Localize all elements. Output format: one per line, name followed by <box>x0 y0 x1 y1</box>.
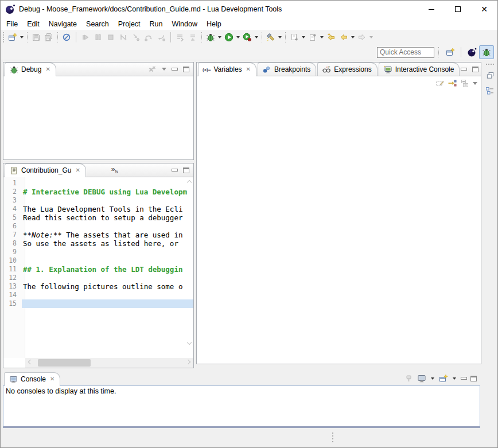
view-menu-icon[interactable] <box>473 82 477 85</box>
tab-debug[interactable]: Debug ✕ <box>5 63 56 76</box>
editor-line[interactable]: 9 <box>3 248 193 256</box>
minimize-view-icon[interactable] <box>461 377 467 380</box>
close-button[interactable]: ✕ <box>471 1 497 18</box>
previous-annotation-dropdown[interactable] <box>319 31 325 44</box>
toolbar-drag-handle[interactable] <box>3 32 5 42</box>
editor-line[interactable]: 4The Lua Development Tools in the Ecli <box>3 205 193 213</box>
view-menu-icon[interactable] <box>162 68 166 71</box>
remove-terminated-launches-icon[interactable] <box>147 65 157 74</box>
run-button[interactable] <box>223 31 235 44</box>
previous-annotation-button[interactable] <box>306 31 319 44</box>
tab-expressions[interactable]: x y Expressions <box>317 63 377 76</box>
show-logical-structures-icon[interactable] <box>448 79 457 88</box>
new-wizard-button[interactable] <box>6 31 19 44</box>
search-dropdown[interactable] <box>277 31 283 44</box>
forward-button[interactable] <box>356 31 368 44</box>
editor-line[interactable]: 14 <box>3 291 193 299</box>
debug-dropdown[interactable] <box>217 31 223 44</box>
next-annotation-button[interactable] <box>288 31 301 44</box>
editor-line[interactable]: 3 <box>3 196 193 205</box>
editor-line[interactable]: 15 <box>3 299 193 308</box>
step-into-button[interactable] <box>130 31 142 44</box>
disconnect-button[interactable] <box>117 31 130 44</box>
run-dropdown[interactable] <box>235 31 241 44</box>
resume-button[interactable] <box>79 31 92 44</box>
collapse-all-icon[interactable] <box>460 79 469 88</box>
outline-view-button[interactable] <box>484 85 496 97</box>
more-editors-chevron[interactable]: »5 <box>111 165 118 174</box>
maximize-view-icon[interactable] <box>183 67 189 72</box>
editor-content[interactable]: 12# Interactive DEBUG using Lua Developm… <box>3 177 193 358</box>
maximize-view-icon[interactable] <box>470 376 477 381</box>
editor-line[interactable]: 8So use the assets as listed here, or <box>3 239 193 248</box>
suspend-button[interactable] <box>92 31 104 44</box>
step-over-button[interactable] <box>142 31 155 44</box>
close-tab-icon[interactable]: ✕ <box>45 67 50 72</box>
editor-line[interactable]: 11## 1. Explanation of the LDT debuggin <box>3 265 193 274</box>
forward-dropdown[interactable] <box>368 31 374 44</box>
next-annotation-dropdown[interactable] <box>301 31 306 44</box>
scroll-left-icon[interactable] <box>28 360 33 364</box>
console-output[interactable]: No consoles to display at this time. <box>3 385 480 428</box>
debug-perspective-button[interactable] <box>479 45 494 59</box>
open-perspective-button[interactable] <box>443 45 458 59</box>
save-button[interactable] <box>30 31 42 44</box>
minimize-view-icon[interactable] <box>461 68 467 71</box>
editor-line[interactable]: 1 <box>3 179 193 188</box>
open-console-dropdown[interactable] <box>452 372 457 385</box>
restore-views-button[interactable] <box>484 69 496 81</box>
editor-line[interactable]: 6 <box>3 222 193 231</box>
last-edit-location-button[interactable] <box>325 31 337 44</box>
new-wizard-dropdown[interactable] <box>19 31 25 44</box>
step-return-button[interactable] <box>155 31 168 44</box>
close-tab-icon[interactable]: ✕ <box>50 376 55 382</box>
pin-console-icon[interactable] <box>404 374 414 383</box>
editor-line[interactable]: 12 <box>3 274 193 282</box>
tab-contribution-guide[interactable]: Contribution_Gu ✕ <box>5 163 86 177</box>
lua-perspective-button[interactable] <box>464 45 479 59</box>
minimize-button[interactable] <box>418 1 445 18</box>
display-console-dropdown[interactable] <box>430 372 435 385</box>
back-dropdown[interactable] <box>350 31 356 44</box>
run-last-launched-button[interactable] <box>241 31 254 44</box>
run-last-launched-dropdown[interactable] <box>254 31 259 44</box>
editor-line[interactable]: 13The following pictures outline some o <box>3 282 193 291</box>
menu-search[interactable]: Search <box>81 19 114 29</box>
close-tab-icon[interactable]: ✕ <box>75 167 80 173</box>
strip-drag-handle[interactable] <box>486 64 494 65</box>
editor-line[interactable]: 10 <box>3 256 193 265</box>
horizontal-scrollbar[interactable] <box>25 358 193 368</box>
step-filters-config-button[interactable] <box>186 31 199 44</box>
terminate-button[interactable] <box>104 31 117 44</box>
maximize-view-icon[interactable] <box>183 167 189 173</box>
menu-edit[interactable]: Edit <box>22 19 44 29</box>
menu-project[interactable]: Project <box>114 19 145 29</box>
minimize-view-icon[interactable] <box>172 68 178 71</box>
search-button[interactable] <box>264 31 277 44</box>
editor-line[interactable]: 2# Interactive DEBUG using Lua Developm <box>3 188 193 196</box>
open-console-icon[interactable] <box>439 374 448 383</box>
maximize-view-icon[interactable] <box>472 67 478 72</box>
show-type-names-icon[interactable] <box>435 79 444 88</box>
display-selected-console-icon[interactable] <box>417 374 426 383</box>
debug-view-content[interactable] <box>3 76 193 159</box>
scroll-right-icon[interactable] <box>186 360 190 364</box>
tab-interactive-console[interactable]: Interactive Console <box>379 63 460 76</box>
tab-variables[interactable]: (x)= Variables ✕ <box>198 63 256 76</box>
menu-help[interactable]: Help <box>202 19 226 29</box>
scroll-down-icon[interactable] <box>187 340 192 345</box>
scrollbar-thumb[interactable] <box>38 359 91 367</box>
skip-all-breakpoints-button[interactable] <box>60 31 73 44</box>
quick-access-input[interactable] <box>377 47 434 58</box>
minimize-view-icon[interactable] <box>172 169 178 172</box>
menu-file[interactable]: File <box>2 19 22 29</box>
maximize-button[interactable] <box>445 1 471 18</box>
back-button[interactable] <box>337 31 350 44</box>
status-bar-grip[interactable] <box>332 433 333 442</box>
tab-breakpoints[interactable]: Breakpoints <box>258 63 316 76</box>
menu-window[interactable]: Window <box>168 19 202 29</box>
editor-line[interactable]: 5Read this section to setup a debugger <box>3 213 193 222</box>
menu-navigate[interactable]: Navigate <box>44 19 81 29</box>
editor-line[interactable]: 7**Note:** The assets that are used in <box>3 231 193 239</box>
menu-run[interactable]: Run <box>145 19 168 29</box>
